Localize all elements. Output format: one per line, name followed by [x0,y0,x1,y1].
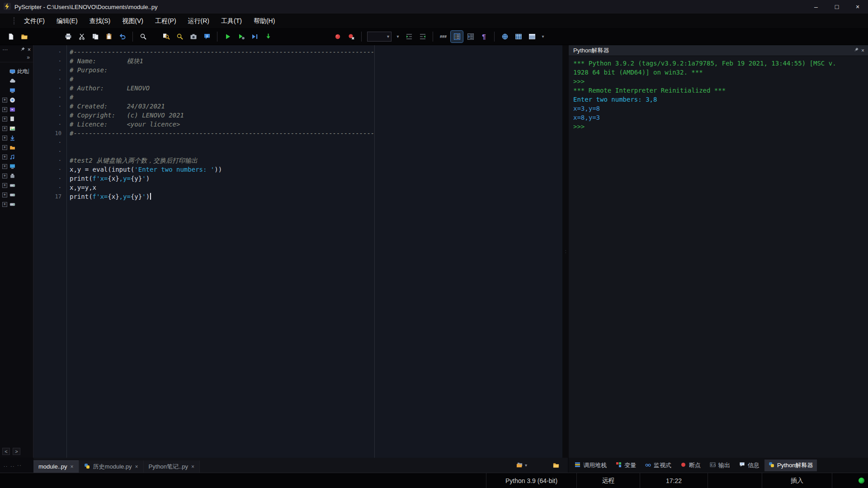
line-number[interactable]: · [33,138,67,147]
expand-icon[interactable]: + [2,183,7,188]
close-tab-icon[interactable]: × [71,464,74,470]
line-number[interactable]: · [33,111,67,120]
menu-run[interactable]: 运行(R) [182,14,215,28]
explorer-item-drive-c[interactable]: + [0,181,33,190]
undo-icon[interactable] [116,31,128,42]
explorer-item-downloads[interactable]: + [0,133,33,143]
panel-tab-output[interactable]: C:\输出 [706,460,734,471]
run-icon[interactable] [222,31,234,42]
explorer-item-monitor[interactable] [0,86,33,95]
close-tab-icon[interactable]: × [135,464,138,470]
world-icon[interactable] [499,31,511,42]
new-file-icon[interactable] [5,31,17,42]
interpreter-console[interactable]: *** Python 3.9.2 (tags/v3.9.2:1a79785, F… [569,56,868,134]
toolbar-dropdown-icon[interactable]: ▾ [539,31,547,42]
panel-tab-watches[interactable]: 监视式 [641,460,675,471]
line-number[interactable]: · [33,120,67,129]
line-number[interactable]: 10 [33,129,67,138]
expand-icon[interactable]: + [2,155,7,160]
code-line[interactable]: ·# Licence: <your licence> [33,120,562,129]
code-line[interactable]: ·#--------------------------------------… [33,47,562,56]
explorer-item-drive-d[interactable]: + [0,190,33,200]
explorer-item-documents[interactable]: + [0,114,33,124]
close-icon[interactable]: × [861,47,864,54]
panel-tab-call-stack[interactable]: 调用堆栈 [571,460,611,471]
open-file-icon[interactable] [18,31,30,42]
run-to-cursor-icon[interactable] [249,31,261,42]
expand-icon[interactable]: + [2,136,7,141]
run-config-combo[interactable]: ▾ [367,32,392,42]
explorer-item-videos[interactable]: + [0,105,33,114]
code-line[interactable]: · [33,147,562,156]
menu-help[interactable]: 帮助(H) [248,14,281,28]
expand-icon[interactable]: + [2,107,7,112]
explorer-item-usb[interactable]: + [0,171,33,181]
open-folder-icon[interactable] [552,462,560,469]
expand-icon[interactable]: + [2,202,7,207]
cut-icon[interactable] [75,31,88,42]
menu-edit[interactable]: 编辑(E) [51,14,84,28]
code-line[interactable]: ·# [33,93,562,102]
close-button[interactable]: × [847,0,868,14]
code-line[interactable]: ·#test2 从键盘输入两个数，交换后打印输出 [33,156,562,165]
print-icon[interactable] [62,31,74,42]
panel-tab-interpreter[interactable]: Python解释器 [764,460,817,471]
expand-icon[interactable]: + [2,164,7,169]
table-view-icon[interactable] [512,31,524,42]
editor-tab-module[interactable]: module..py× [33,460,79,473]
menu-view[interactable]: 视图(V) [116,14,149,28]
expand-icon[interactable]: + [2,145,7,150]
explorer-item-pictures[interactable]: + [0,124,33,133]
dock-options-button[interactable]: ⋯ [2,47,8,53]
explorer-item-desktop[interactable]: + [0,162,33,171]
debug-icon[interactable] [235,31,247,42]
line-number[interactable]: · [33,47,67,56]
pin-icon[interactable] [20,47,25,53]
expand-icon[interactable]: + [2,126,7,131]
close-tab-icon[interactable]: × [191,464,194,470]
minimize-button[interactable]: – [806,0,826,14]
copy-icon[interactable] [89,31,101,42]
line-numbers-icon[interactable] [451,31,463,42]
line-number[interactable]: · [33,102,67,111]
expand-icon[interactable]: + [2,117,7,122]
explorer-item-dvd-drive[interactable]: + [0,95,33,105]
code-line[interactable]: ·x,y=y,x [33,183,562,192]
toolbar-dropdown-icon[interactable]: ▾ [394,31,401,42]
outdent-icon[interactable] [416,31,429,42]
menu-tools[interactable]: 工具(T) [215,14,248,28]
panel-tab-variables[interactable]: 变量 [612,460,640,471]
panel-tab-breakpoints[interactable]: 断点 [676,460,705,471]
code-line[interactable]: ·# Name: 模块1 [33,56,562,66]
line-number[interactable]: · [33,56,67,66]
explorer-item-cloud-drive[interactable] [0,76,33,86]
editor-tab-python-notes[interactable]: Python笔记..py× [144,460,200,473]
explorer-item-drive-e[interactable]: + [0,200,33,209]
expand-icon[interactable]: + [2,174,7,178]
line-number[interactable]: · [33,147,67,156]
dock-expand-button[interactable]: » [0,54,33,62]
code-line[interactable]: ·# Copyright: (c) LENOVO 2021 [33,111,562,120]
title-bar[interactable]: PyScripter - C:\Users\LENOVO\Documents\m… [0,0,868,14]
file-organizer-icon[interactable]: ▾ [516,462,527,469]
line-number[interactable]: · [33,75,67,84]
close-icon[interactable]: × [28,47,31,53]
find-icon[interactable] [137,31,149,42]
menu-project[interactable]: 工程(P) [149,14,182,28]
nav-forward-button[interactable]: > [13,448,20,455]
explorer-item-music[interactable]: + [0,152,33,162]
code-line[interactable]: ·x,y = eval(input('Enter two numbers: ')… [33,165,562,174]
line-number[interactable]: · [33,183,67,192]
explorer-item-folder[interactable]: + [0,143,33,152]
code-line[interactable]: ·# Created: 24/03/2021 [33,102,562,111]
find-in-files-icon[interactable] [160,31,172,42]
code-line[interactable]: 10#-------------------------------------… [33,129,562,138]
code-line[interactable]: ·# Author: LENOVO [33,84,562,93]
maximize-button[interactable]: □ [826,0,847,14]
code-line[interactable]: ·# [33,75,562,84]
indent-icon[interactable] [403,31,415,42]
menu-search[interactable]: 查找(S) [84,14,117,28]
code-folding-icon[interactable] [464,31,476,42]
menu-file[interactable]: 文件(F) [18,14,51,28]
code-line[interactable]: ·print(f'x={x},y={y}') [33,174,562,183]
